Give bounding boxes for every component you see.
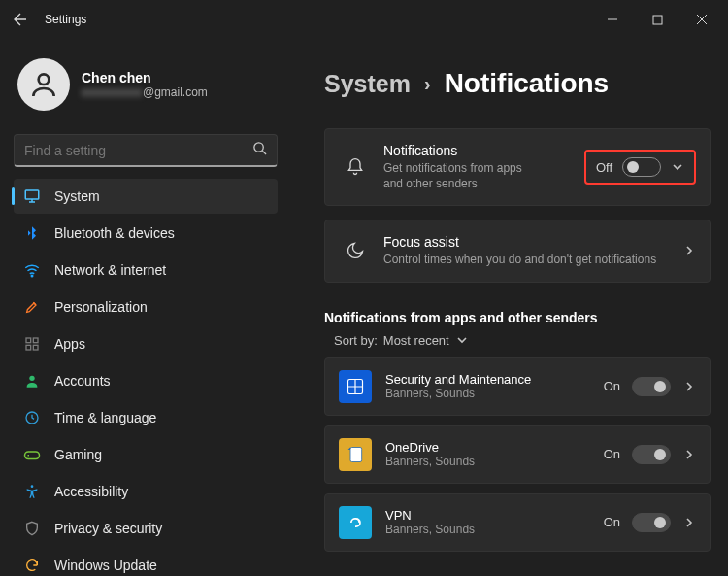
notifications-toggle[interactable] <box>622 157 661 177</box>
app-icon <box>339 370 372 403</box>
sidebar-item-personalization[interactable]: Personalization <box>14 289 278 324</box>
sidebar-item-label: Personalization <box>54 299 148 315</box>
sidebar-item-label: Privacy & security <box>54 521 162 536</box>
sidebar-item-label: Network & internet <box>54 262 166 278</box>
system-icon <box>23 187 41 205</box>
apps-list: Security and Maintenance Banners, Sounds… <box>324 357 711 552</box>
highlight-box: Off <box>584 150 696 185</box>
svg-point-1 <box>39 74 50 85</box>
sidebar-item-bluetooth[interactable]: Bluetooth & devices <box>14 216 278 251</box>
chevron-down-icon[interactable] <box>671 160 684 174</box>
profile[interactable]: Chen chen xxxxxxxxx@gmail.com <box>14 43 278 117</box>
card-title: Notifications <box>383 143 584 158</box>
svg-rect-11 <box>25 452 40 459</box>
app-subtitle: Banners, Sounds <box>385 455 604 468</box>
chevron-right-icon <box>682 380 696 393</box>
sidebar-item-time[interactable]: Time & language <box>14 400 278 435</box>
svg-rect-0 <box>653 16 662 24</box>
bluetooth-icon <box>23 224 41 242</box>
app-notification-row[interactable]: OneDrive Banners, Sounds On <box>324 425 711 484</box>
svg-rect-7 <box>26 345 31 350</box>
main-content: System › Notifications Notifications Get… <box>291 39 728 576</box>
bell-icon <box>339 157 372 177</box>
sidebar-item-label: Accessibility <box>54 484 128 499</box>
privacy-icon <box>23 520 41 537</box>
chevron-down-icon <box>455 333 469 347</box>
svg-point-4 <box>31 275 33 277</box>
svg-point-12 <box>31 485 34 488</box>
notifications-setting-card[interactable]: Notifications Get notifications from app… <box>324 128 711 206</box>
breadcrumb: System › Notifications <box>324 68 711 99</box>
section-heading: Notifications from apps and other sender… <box>324 310 711 325</box>
sort-dropdown[interactable]: Sort by: Most recent <box>324 333 711 348</box>
app-title: VPN <box>385 508 604 523</box>
sidebar-item-system[interactable]: System <box>14 179 278 214</box>
maximize-button[interactable] <box>635 3 679 36</box>
sidebar-item-apps[interactable]: Apps <box>14 326 278 361</box>
svg-rect-14 <box>350 447 362 461</box>
card-subtitle: Control times when you do and don't get … <box>383 252 682 267</box>
sidebar-item-network[interactable]: Network & internet <box>14 253 278 288</box>
breadcrumb-parent[interactable]: System <box>324 70 411 98</box>
minimize-button[interactable] <box>590 3 635 36</box>
accounts-icon <box>23 372 41 390</box>
toggle-state-label: On <box>604 379 620 393</box>
update-icon <box>23 557 41 574</box>
search-icon <box>252 141 267 159</box>
breadcrumb-separator: › <box>424 73 431 95</box>
app-subtitle: Banners, Sounds <box>385 523 604 536</box>
sidebar-item-label: Bluetooth & devices <box>54 225 175 241</box>
sidebar-item-label: Windows Update <box>54 558 157 573</box>
sidebar-item-update[interactable]: Windows Update <box>14 548 278 576</box>
app-title: OneDrive <box>385 440 604 455</box>
search-input[interactable] <box>24 143 252 158</box>
card-title: Focus assist <box>383 234 682 250</box>
app-subtitle: Banners, Sounds <box>385 387 604 400</box>
time-icon <box>23 409 41 426</box>
avatar <box>17 58 70 111</box>
app-toggle[interactable] <box>632 513 671 532</box>
personalization-icon <box>23 298 41 316</box>
app-toggle[interactable] <box>632 445 671 464</box>
svg-rect-6 <box>33 338 38 343</box>
app-notification-row[interactable]: VPN Banners, Sounds On <box>324 493 711 552</box>
profile-email: xxxxxxxxx@gmail.com <box>82 85 208 99</box>
search-box[interactable] <box>14 134 278 167</box>
toggle-state-label: Off <box>596 160 612 175</box>
chevron-right-icon <box>682 516 696 529</box>
titlebar: Settings <box>0 0 728 39</box>
sidebar-item-accounts[interactable]: Accounts <box>14 363 278 398</box>
svg-rect-8 <box>33 345 38 350</box>
accessibility-icon <box>23 483 41 500</box>
app-toggle[interactable] <box>632 377 671 396</box>
sort-value: Most recent <box>383 333 449 348</box>
sidebar: Chen chen xxxxxxxxx@gmail.com SystemBlue… <box>0 39 291 576</box>
page-title: Notifications <box>445 68 610 99</box>
apps-icon <box>23 335 41 353</box>
toggle-state-label: On <box>604 515 620 529</box>
back-button[interactable] <box>4 3 37 36</box>
app-notification-row[interactable]: Security and Maintenance Banners, Sounds… <box>324 357 711 416</box>
focus-assist-card[interactable]: Focus assist Control times when you do a… <box>324 220 711 282</box>
app-icon <box>339 438 372 471</box>
profile-name: Chen chen <box>82 70 208 85</box>
toggle-state-label: On <box>604 447 620 461</box>
chevron-right-icon <box>682 244 696 257</box>
close-button[interactable] <box>679 3 724 36</box>
moon-icon <box>339 241 372 260</box>
window-controls <box>590 3 724 36</box>
sidebar-item-label: Apps <box>54 336 85 352</box>
svg-point-2 <box>254 143 263 152</box>
sidebar-item-label: Time & language <box>54 410 156 425</box>
svg-point-9 <box>29 376 34 381</box>
sidebar-item-accessibility[interactable]: Accessibility <box>14 474 278 509</box>
sidebar-item-gaming[interactable]: Gaming <box>14 437 278 472</box>
sidebar-item-privacy[interactable]: Privacy & security <box>14 511 278 546</box>
svg-rect-3 <box>25 190 39 199</box>
network-icon <box>23 261 41 279</box>
app-title: Security and Maintenance <box>385 372 604 387</box>
sort-label: Sort by: <box>334 333 378 348</box>
card-subtitle: Get notifications from apps and other se… <box>383 160 529 191</box>
nav-list: SystemBluetooth & devicesNetwork & inter… <box>14 179 278 576</box>
svg-rect-5 <box>26 338 31 343</box>
